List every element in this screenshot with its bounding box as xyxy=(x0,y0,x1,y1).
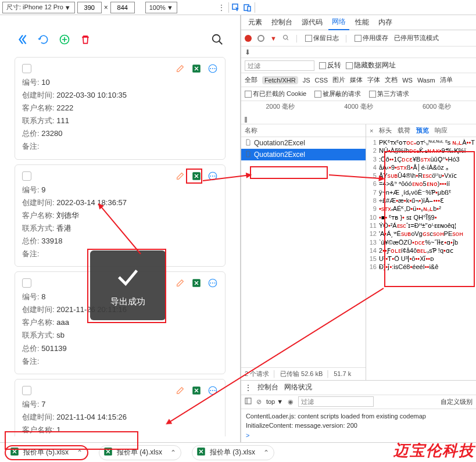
type-img[interactable]: 图片 xyxy=(332,76,345,84)
hide-data-urls-checkbox[interactable]: 隐藏数据网址 xyxy=(346,60,396,70)
type-all[interactable]: 全部 xyxy=(245,76,257,84)
network-timeline[interactable]: 2000 毫秒 4000 毫秒 6000 毫秒 xyxy=(241,101,476,124)
excel-file-icon xyxy=(196,446,206,459)
tab-performance[interactable]: 性能 xyxy=(352,15,373,30)
chevron-up-icon[interactable]: ⌃ xyxy=(170,449,176,457)
edit-icon[interactable] xyxy=(175,171,185,181)
chevron-up-icon[interactable]: ⌃ xyxy=(77,449,83,457)
zoom-selector[interactable]: 100% ▼ xyxy=(145,2,177,13)
log-level-selector[interactable]: 自定义级别 xyxy=(441,397,473,406)
network-request-row[interactable]: Quotation2Excel xyxy=(241,137,366,149)
tab-headers[interactable]: 标头 xyxy=(379,126,392,135)
edit-icon[interactable] xyxy=(175,63,185,74)
edit-icon[interactable] xyxy=(175,278,185,288)
tab-elements[interactable]: 元素 xyxy=(245,15,266,30)
clear-button[interactable] xyxy=(257,35,264,42)
clear-console-icon[interactable]: ⊘ xyxy=(256,398,262,406)
edit-icon[interactable] xyxy=(175,385,185,396)
network-toolbar: ▼ │ 保留日志 │ 停用缓存 已停用节流模式 xyxy=(241,30,476,46)
type-font[interactable]: 字体 xyxy=(367,76,380,84)
live-expression-icon[interactable]: ◉ xyxy=(288,398,294,406)
watermark: 迈宝伦科技 xyxy=(393,440,475,461)
export-excel-icon[interactable] xyxy=(191,385,202,396)
quotation-card[interactable]: 编号: 10创建时间: 2022-03-30 10:10:35客户名称: 222… xyxy=(15,57,226,160)
inspect-icon[interactable] xyxy=(231,3,241,12)
type-ws[interactable]: WS xyxy=(402,77,413,84)
search-button[interactable] xyxy=(209,31,226,48)
export-excel-icon[interactable] xyxy=(191,171,202,181)
third-party-checkbox[interactable]: 第三方请求 xyxy=(369,89,409,98)
type-css[interactable]: CSS xyxy=(315,77,328,84)
card-checkbox[interactable] xyxy=(22,64,31,73)
throttling-selector[interactable]: 已停用节流模式 xyxy=(394,34,439,42)
type-wasm[interactable]: Wasm xyxy=(417,77,435,84)
more-icon[interactable] xyxy=(207,63,218,74)
more-icon[interactable] xyxy=(207,171,218,181)
type-media[interactable]: 媒体 xyxy=(350,76,363,84)
tab-console[interactable]: 控制台 xyxy=(268,15,296,30)
viewport-width-input[interactable] xyxy=(77,2,102,13)
more-icon[interactable] xyxy=(207,278,218,288)
download-item[interactable]: 报价单 (5).xlsx⌃ xyxy=(5,445,88,460)
chevron-up-icon[interactable]: ⌃ xyxy=(263,449,269,457)
back-button[interactable] xyxy=(15,31,31,48)
record-button[interactable] xyxy=(245,35,252,42)
type-doc[interactable]: 文档 xyxy=(385,76,398,84)
tab-memory[interactable]: 内存 xyxy=(375,15,396,30)
console-filter-input[interactable] xyxy=(298,396,374,407)
drawer-tab-console[interactable]: 控制台 xyxy=(257,382,278,392)
tab-network[interactable]: 网络 xyxy=(328,15,349,30)
context-selector[interactable]: top ▼ xyxy=(266,398,283,405)
add-button[interactable] xyxy=(56,31,73,48)
preserve-log-checkbox[interactable]: 保留日志 xyxy=(305,34,339,42)
network-filter-input[interactable] xyxy=(245,60,314,71)
tab-preview[interactable]: 预览 xyxy=(416,126,429,135)
network-type-filters: 全部 Fetch/XHR JS CSS 图片 媒体 字体 文档 WS Wasm … xyxy=(241,73,476,87)
svg-point-14 xyxy=(214,176,216,177)
more-menu-icon[interactable]: ⋮ xyxy=(217,3,226,12)
tab-payload[interactable]: 载荷 xyxy=(398,126,410,135)
device-toggle-icon[interactable] xyxy=(243,3,252,12)
blocked-requests-checkbox[interactable]: 被屏蔽的请求 xyxy=(314,89,361,98)
preview-line: 11ÝŌ•²Áᴇscˆɪ=Ðᴴ±"ᴏᴸᴇᴇɴoêq¦ xyxy=(367,221,475,230)
console-prompt[interactable]: > xyxy=(246,431,471,440)
toast-text: 导出成功 xyxy=(110,296,145,307)
detail-close-icon[interactable]: × xyxy=(370,127,373,134)
network-list-header[interactable]: 名称 xyxy=(241,124,366,137)
quotation-card[interactable]: 编号: 7创建时间: 2021-11-04 14:15:26客户名称: 1联系方… xyxy=(15,379,226,436)
preview-line: 15U³•Ƭ•Ö U³ǀ•ō••Xǐ••ᴅ xyxy=(367,255,475,263)
type-js[interactable]: JS xyxy=(303,77,310,84)
search-icon[interactable] xyxy=(282,34,289,42)
network-request-row[interactable]: Quotation2Excel xyxy=(241,149,366,160)
console-output[interactable]: ContentLoader.js: content scripts loaded… xyxy=(241,409,476,443)
card-checkbox[interactable] xyxy=(22,278,31,288)
timeline-request-bar xyxy=(245,117,247,123)
export-excel-icon[interactable] xyxy=(191,63,202,74)
export-excel-icon[interactable] xyxy=(191,278,202,288)
disable-cache-checkbox[interactable]: 停用缓存 xyxy=(355,34,388,42)
type-fetch-xhr[interactable]: Fetch/XHR xyxy=(262,76,298,84)
filter-icon[interactable]: ▼ xyxy=(270,35,277,42)
more-icon[interactable] xyxy=(207,385,218,396)
console-drawer-menu-icon[interactable]: ⋮ xyxy=(245,384,252,392)
svg-point-13 xyxy=(212,176,213,177)
console-sidebar-toggle-icon[interactable] xyxy=(245,397,252,406)
download-item[interactable]: 报价单 (3).xlsx⌃ xyxy=(192,445,274,460)
device-selector[interactable]: 尺寸: iPhone 12 Pro ▼ xyxy=(2,2,75,13)
invert-checkbox[interactable]: 反转 xyxy=(319,60,341,70)
delete-button[interactable] xyxy=(77,31,94,48)
download-item[interactable]: 报价单 (4).xlsx⌃ xyxy=(99,445,181,460)
console-drawer-tabs: ⋮ 控制台 网络状况 xyxy=(241,380,476,395)
download-icon[interactable]: ⬇ xyxy=(245,48,250,56)
blocked-cookies-checkbox[interactable]: 有已拦截的 Cookie xyxy=(245,89,306,98)
tab-response[interactable]: 响应 xyxy=(435,126,448,135)
type-manifest[interactable]: 清单 xyxy=(440,76,453,84)
refresh-button[interactable] xyxy=(35,31,52,48)
card-checkbox[interactable] xyxy=(22,386,31,395)
drawer-tab-network-conditions[interactable]: 网络状况 xyxy=(284,382,312,392)
card-checkbox[interactable] xyxy=(22,171,31,181)
viewport-height-input[interactable] xyxy=(110,2,135,13)
response-preview[interactable]: 1PKᴱᴛxᴱᴏᴛᴏcₙᴏᴛᴸᵤᴺᵘᴸᴺᵘᴸ ᴱs ɴᵤʟÀ••T2NÚ•À§%… xyxy=(366,137,476,380)
network-filter-row: 反转 隐藏数据网址 xyxy=(241,58,476,73)
tab-sources[interactable]: 源代码 xyxy=(298,15,326,30)
